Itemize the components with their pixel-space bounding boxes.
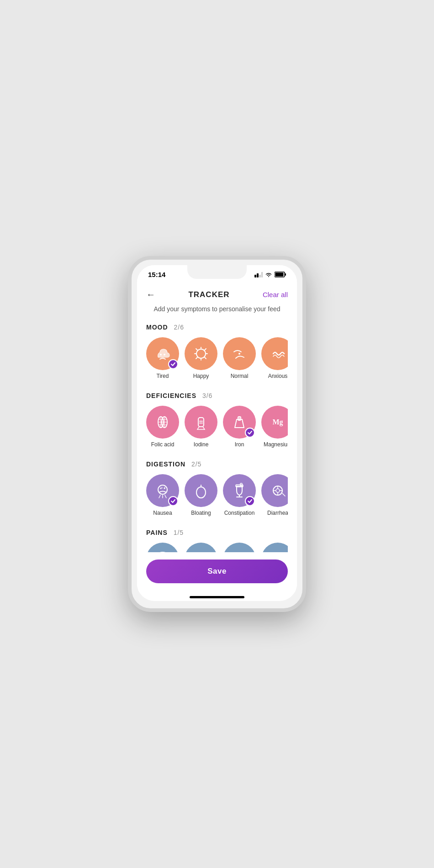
mood-item-normal[interactable]: Normal [223, 337, 256, 379]
constipation-icon [230, 481, 249, 500]
svg-rect-5 [285, 273, 286, 276]
deficiencies-items-row: Folic acid [146, 406, 288, 450]
svg-point-29 [200, 423, 201, 424]
pains-section-title: PAINS 1/5 [146, 529, 288, 536]
svg-line-15 [205, 357, 206, 359]
svg-point-30 [201, 423, 203, 424]
svg-point-7 [160, 354, 162, 356]
folic-icon [153, 413, 172, 431]
tired-circle [146, 337, 179, 370]
deficiency-item-iodine[interactable]: Iodine [185, 406, 217, 448]
svg-point-40 [196, 487, 206, 498]
tired-icon [153, 345, 172, 363]
header: ← TRACKER Clear all [137, 282, 297, 303]
mood-section-title: MOOD 2/6 [146, 324, 288, 331]
deficiency-item-folic[interactable]: Folic acid [146, 406, 179, 448]
mood-item-tired[interactable]: Tired [146, 337, 179, 379]
constipation-label: Constipation [224, 510, 255, 516]
mood-item-happy[interactable]: Happy [185, 337, 217, 379]
svg-point-28 [201, 421, 203, 422]
happy-label: Happy [193, 373, 209, 379]
main-content: ← TRACKER Clear all Add your symptoms to… [137, 282, 297, 592]
svg-rect-1 [257, 273, 259, 277]
diarrhea-icon [269, 481, 287, 500]
svg-rect-26 [198, 418, 204, 427]
iron-label: Iron [235, 441, 244, 448]
nausea-label: Nausea [153, 510, 172, 516]
bloating-icon [192, 481, 210, 500]
svg-rect-3 [261, 272, 263, 277]
digestion-item-bloating[interactable]: Bloating [185, 474, 217, 516]
digestion-section: DIGESTION 2/5 ✕ ✕ [137, 457, 297, 525]
constipation-check [245, 496, 255, 506]
battery-icon [275, 272, 286, 277]
svg-point-8 [164, 354, 165, 356]
digestion-section-title: DIGESTION 2/5 [146, 460, 288, 468]
subtitle: Add your symptoms to personalise your fe… [137, 303, 297, 320]
svg-point-9 [196, 349, 206, 358]
iron-check [245, 428, 255, 438]
svg-rect-0 [254, 275, 256, 277]
digestion-count: 2/5 [191, 460, 201, 468]
svg-point-27 [200, 421, 201, 422]
digestion-item-constipation[interactable]: Constipation [223, 474, 256, 516]
digestion-item-nausea[interactable]: ✕ ✕ Nausea [146, 474, 179, 516]
deficiencies-section: DEFICIENCIES 3/6 [137, 388, 297, 457]
normal-label: Normal [231, 373, 249, 379]
svg-point-32 [239, 418, 240, 419]
home-indicator [190, 596, 244, 598]
deficiencies-section-title: DEFICIENCIES 3/6 [146, 392, 288, 399]
deficiencies-count: 3/6 [202, 392, 212, 399]
svg-point-45 [276, 489, 280, 492]
iodine-circle [185, 406, 217, 439]
checkmark-icon [247, 430, 253, 435]
page-title: TRACKER [188, 290, 229, 299]
deficiency-item-iron[interactable]: Iron [223, 406, 256, 448]
happy-icon [192, 345, 210, 363]
mood-items-row: Tired [146, 337, 288, 381]
mood-item-anxious[interactable]: Anxious [261, 337, 288, 379]
happy-circle [185, 337, 217, 370]
magnesium-label: Magnesium [264, 441, 288, 448]
svg-line-16 [205, 349, 206, 350]
iodine-icon [192, 413, 210, 431]
pains-count: 1/5 [174, 529, 184, 536]
anxious-circle [261, 337, 288, 370]
svg-text:Mg: Mg [272, 418, 283, 426]
magnesium-icon: Mg [269, 413, 287, 431]
iron-icon [230, 413, 249, 431]
digestion-item-diarrhea[interactable]: Diarrhea [261, 474, 288, 516]
svg-rect-6 [275, 273, 284, 277]
svg-rect-2 [259, 275, 261, 277]
save-button[interactable]: Save [146, 559, 288, 583]
svg-text:✕: ✕ [161, 486, 163, 489]
tired-check [168, 359, 178, 369]
svg-text:✕: ✕ [164, 486, 166, 489]
diarrhea-circle [261, 474, 288, 507]
wifi-icon [265, 272, 272, 277]
notch [187, 265, 247, 279]
bloating-label: Bloating [191, 510, 211, 516]
clear-all-button[interactable]: Clear all [263, 291, 288, 298]
mood-section: MOOD 2/6 [137, 320, 297, 388]
folic-label: Folic acid [151, 441, 175, 448]
deficiency-item-magnesium[interactable]: Mg Magnesium [261, 406, 288, 448]
nausea-check [168, 496, 178, 506]
phone-frame: 15:14 [128, 256, 306, 612]
folic-circle [146, 406, 179, 439]
magnesium-circle: Mg [261, 406, 288, 439]
status-icons [254, 272, 286, 277]
digestion-items-row: ✕ ✕ Nausea [146, 474, 288, 518]
back-button[interactable]: ← [146, 289, 155, 300]
iodine-label: Iodine [194, 441, 209, 448]
svg-line-50 [282, 493, 285, 496]
diarrhea-label: Diarrhea [267, 510, 288, 516]
save-button-area: Save [137, 552, 297, 592]
checkmark-icon [170, 361, 176, 367]
checkmark-icon [247, 498, 253, 504]
svg-line-14 [196, 349, 197, 350]
normal-icon [230, 345, 249, 363]
tired-label: Tired [157, 373, 169, 379]
bloating-circle [185, 474, 217, 507]
normal-circle [223, 337, 256, 370]
